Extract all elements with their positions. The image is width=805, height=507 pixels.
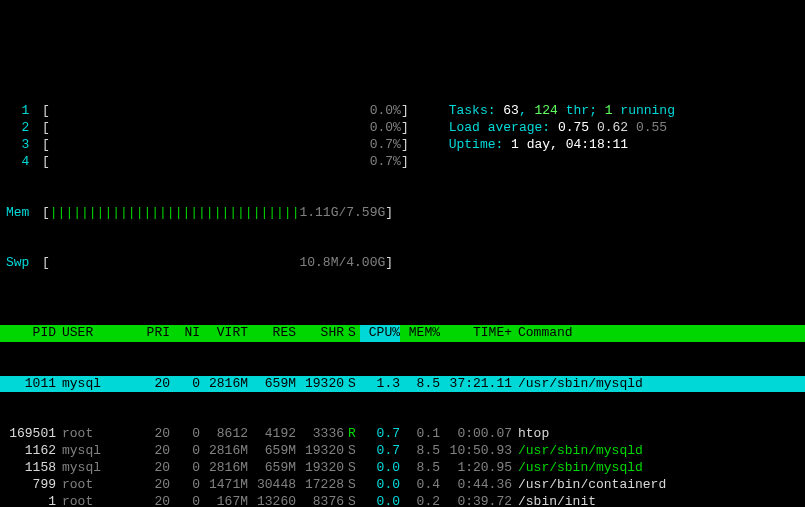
selected-process-row[interactable]: 1011 mysql 20 0 2816M 659M 19320 S 1.3 8… [0,376,805,393]
cpu-2-label: 2 [6,120,42,137]
cpu-2-pct: 0.0% [370,120,401,137]
info-line-1: Load average: 0.75 0.62 0.55 [449,120,668,137]
mem-bars: |||||||||||||||||||||||||||||||| [50,205,300,222]
process-row[interactable]: 1root200167M132608376S0.00.20:39.72/sbin… [0,494,805,507]
info-line-2: Uptime: 1 day, 04:18:11 [449,137,628,154]
cpu-3-pct: 0.7% [370,137,401,154]
hdr-cmd[interactable]: Command [512,325,805,342]
hdr-pid[interactable]: PID [0,325,56,342]
hdr-pri[interactable]: PRI [136,325,170,342]
process-row[interactable]: 1158mysql2002816M659M19320S0.08.51:20.95… [0,460,805,477]
cpu-3-label: 3 [6,137,42,154]
process-row[interactable]: 799root2001471M3044817228S0.00.40:44.36/… [0,477,805,494]
cpu-4-label: 4 [6,154,42,171]
cpu-1-label: 1 [6,103,42,120]
process-row[interactable]: 1162mysql2002816M659M19320S0.78.510:50.9… [0,443,805,460]
hdr-mem[interactable]: MEM% [400,325,440,342]
process-row[interactable]: 169501root200861241923336R0.70.10:00.07h… [0,426,805,443]
cpu-1-pct: 0.0% [370,103,401,120]
hdr-time[interactable]: TIME+ [440,325,512,342]
hdr-res[interactable]: RES [248,325,296,342]
hdr-shr[interactable]: SHR [296,325,344,342]
hdr-s[interactable]: S [344,325,360,342]
mem-label: Mem [6,205,42,222]
cpu-4-pct: 0.7% [370,154,401,171]
column-headers[interactable]: PID USER PRI NI VIRT RES SHR S CPU% MEM%… [0,325,805,342]
info-line-0: Tasks: 63, 124 thr; 1 running [449,103,675,120]
hdr-user[interactable]: USER [56,325,136,342]
meters-panel: 1[ 0.0%]Tasks: 63, 124 thr; 1 running 2[… [0,68,805,292]
swp-used: 10.8M/4.00G [299,255,385,272]
hdr-virt[interactable]: VIRT [200,325,248,342]
hdr-ni[interactable]: NI [170,325,200,342]
mem-used: 1.11G/7.59G [299,205,385,222]
swp-label: Swp [6,255,42,272]
process-list[interactable]: 169501root200861241923336R0.70.10:00.07h… [0,426,805,507]
hdr-cpu[interactable]: CPU% [360,325,400,342]
